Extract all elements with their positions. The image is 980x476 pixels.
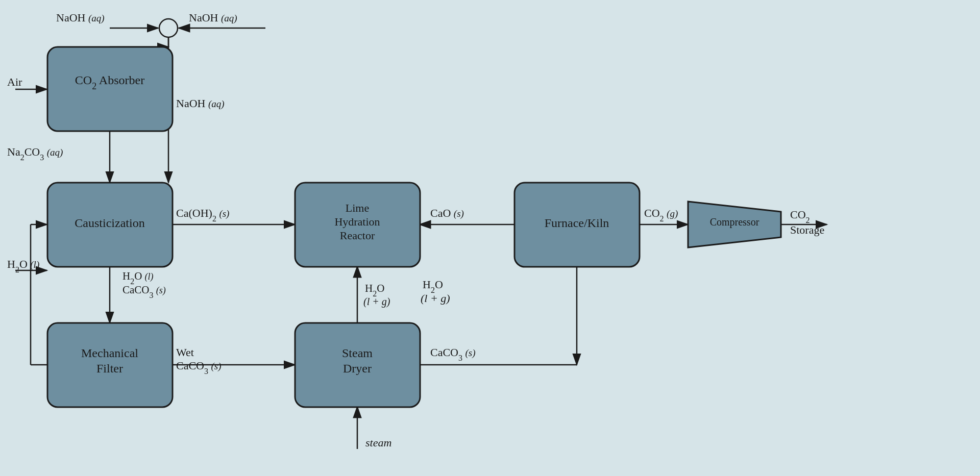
- mechanical-filter-label: Mechanical: [81, 346, 138, 360]
- mechanical-filter-label2: Filter: [96, 362, 123, 375]
- co2-absorber-box: [47, 47, 173, 131]
- h2o-lg-correct2: (l + g): [363, 296, 390, 308]
- air-label: Air: [7, 76, 22, 88]
- naoh-label-3: NaOH (aq): [176, 97, 225, 110]
- steam-label: steam: [365, 436, 391, 449]
- lime-hydration-label3: Reactor: [340, 229, 375, 242]
- steam-dryer-label2: Dryer: [343, 362, 372, 375]
- naoh-label-2: NaOH (aq): [189, 11, 237, 24]
- furnace-kiln-label: Furnace/Kiln: [545, 216, 609, 230]
- compressor-label: Compressor: [710, 216, 760, 228]
- steam-dryer-label1: Steam: [342, 346, 373, 360]
- naoh-label-1: NaOH (aq): [56, 11, 105, 24]
- lime-hydration-label2: Hydration: [334, 215, 380, 228]
- wet-caco3-label: Wet: [176, 346, 194, 359]
- co2-storage-label2: Storage: [790, 223, 824, 236]
- diagram-container: CO2 Absorber Causticization Mechanical F…: [0, 0, 980, 476]
- causticization-label: Causticization: [75, 216, 144, 230]
- h2o-lg-label2: (l + g): [421, 292, 450, 305]
- cao-label: CaO (s): [430, 207, 464, 219]
- lime-hydration-label1: Lime: [346, 202, 369, 214]
